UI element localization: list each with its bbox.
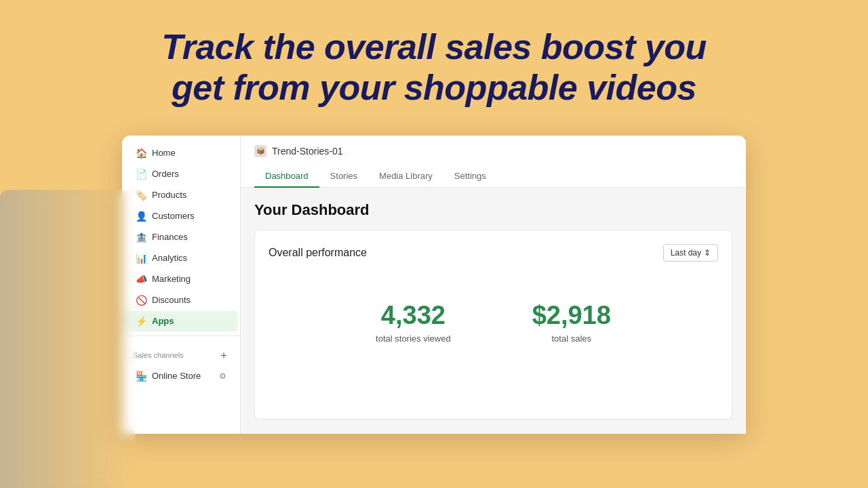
hero-line1: Track the overall sales boost you: [161, 27, 706, 66]
sidebar-analytics-label: Analytics: [152, 253, 187, 263]
online-store-label: Online Store: [152, 371, 201, 381]
stat-stories-viewed: 4,332 total stories viewed: [376, 302, 451, 344]
apps-icon: ⚡: [136, 316, 146, 327]
marketing-icon: 📣: [136, 274, 146, 285]
hero-heading: Track the overall sales boost you get fr…: [148, 0, 719, 129]
date-filter-label: Last day: [671, 248, 701, 258]
tab-stories[interactable]: Stories: [319, 165, 368, 188]
performance-card: Overall performance Last day ⇕ 4,332 tot…: [254, 230, 732, 420]
sidebar-home-label: Home: [152, 148, 176, 158]
stories-viewed-value: 4,332: [376, 302, 451, 328]
sidebar-item-orders[interactable]: 📄 Orders: [125, 164, 237, 184]
sidebar-item-finances[interactable]: 🏦 Finances: [125, 227, 237, 247]
tab-settings[interactable]: Settings: [443, 165, 497, 188]
sales-channels-label: Sales channels: [133, 351, 184, 359]
card-header: Overall performance Last day ⇕: [269, 244, 718, 262]
app-window: 🏠 Home 📄 Orders 🏷️ Products 👤 Customers …: [122, 136, 746, 434]
sidebar-item-products[interactable]: 🏷️ Products: [125, 185, 237, 205]
tab-media-library[interactable]: Media Library: [368, 165, 443, 188]
sidebar-item-apps[interactable]: ⚡ Apps: [125, 311, 237, 331]
stats-row: 4,332 total stories viewed $2,918 total …: [269, 275, 718, 357]
sidebar-customers-label: Customers: [152, 211, 195, 221]
home-icon: 🏠: [136, 148, 146, 159]
sidebar-discounts-label: Discounts: [152, 295, 191, 305]
hero-line2: get from your shoppable videos: [172, 68, 696, 107]
add-sales-channel-button[interactable]: ＋: [218, 348, 229, 363]
sidebar-products-label: Products: [152, 190, 186, 200]
total-sales-value: $2,918: [532, 302, 611, 328]
sidebar-item-discounts[interactable]: 🚫 Discounts: [125, 290, 237, 310]
card-title: Overall performance: [269, 247, 367, 259]
store-title-row: 📦 Trend-Stories-01: [254, 145, 732, 157]
stories-viewed-label: total stories viewed: [376, 333, 451, 344]
app-window-wrapper: 🏠 Home 📄 Orders 🏷️ Products 👤 Customers …: [0, 129, 868, 488]
analytics-icon: 📊: [136, 253, 146, 264]
sidebar-finances-label: Finances: [152, 232, 188, 242]
sidebar-divider: [122, 336, 240, 336]
store-name: Trend-Stories-01: [272, 146, 343, 157]
dashboard-body: Your Dashboard Overall performance Last …: [241, 188, 746, 434]
total-sales-label: total sales: [532, 333, 611, 344]
sidebar-apps-label: Apps: [152, 316, 174, 326]
sidebar: 🏠 Home 📄 Orders 🏷️ Products 👤 Customers …: [122, 136, 241, 434]
sidebar-item-customers[interactable]: 👤 Customers: [125, 206, 237, 226]
left-blur-overlay: [0, 190, 136, 488]
finances-icon: 🏦: [136, 232, 146, 243]
stat-total-sales: $2,918 total sales: [532, 302, 611, 344]
online-store-icon: 🏪: [136, 371, 146, 382]
chevron-down-icon: ⇕: [704, 248, 711, 258]
tab-dashboard[interactable]: Dashboard: [254, 165, 319, 188]
sidebar-marketing-label: Marketing: [152, 274, 191, 284]
products-icon: 🏷️: [136, 190, 146, 201]
sidebar-item-analytics[interactable]: 📊 Analytics: [125, 248, 237, 268]
discounts-icon: 🚫: [136, 295, 146, 306]
app-tabs: Dashboard Stories Media Library Settings: [254, 165, 732, 187]
date-filter-button[interactable]: Last day ⇕: [663, 244, 718, 262]
sidebar-nav: 🏠 Home 📄 Orders 🏷️ Products 👤 Customers …: [122, 143, 240, 331]
main-content: 📦 Trend-Stories-01 Dashboard Stories Med…: [241, 136, 746, 434]
sidebar-orders-label: Orders: [152, 169, 179, 179]
sidebar-item-home[interactable]: 🏠 Home: [125, 143, 237, 163]
dashboard-title: Your Dashboard: [254, 201, 732, 219]
sidebar-item-online-store[interactable]: 🏪 Online Store ⚙: [125, 366, 237, 386]
sales-channels-section: Sales channels ＋: [122, 340, 240, 365]
orders-icon: 📄: [136, 169, 146, 180]
store-icon: 📦: [254, 145, 267, 157]
customers-icon: 👤: [136, 211, 146, 222]
online-store-settings-icon[interactable]: ⚙: [219, 371, 226, 381]
sidebar-item-marketing[interactable]: 📣 Marketing: [125, 269, 237, 289]
sidebar-channels-nav: 🏪 Online Store ⚙: [122, 366, 240, 386]
main-header: 📦 Trend-Stories-01 Dashboard Stories Med…: [241, 136, 746, 188]
